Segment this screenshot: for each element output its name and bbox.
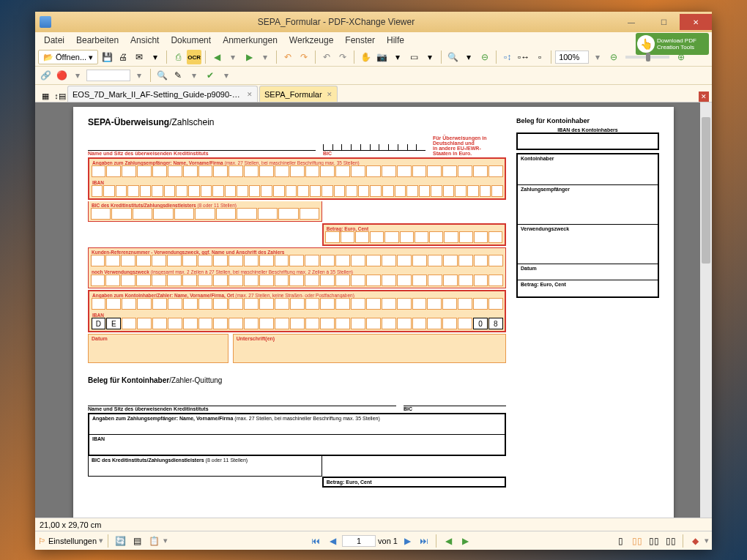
- open-button[interactable]: 📂 Öffnen... ▾: [38, 50, 98, 64]
- zoom-out-icon[interactable]: ⊖: [477, 50, 492, 64]
- window-title: SEPA_Formular - PDF-XChange Viewer: [57, 17, 615, 27]
- menu-file[interactable]: Datei: [38, 34, 70, 47]
- email-icon[interactable]: ✉: [132, 50, 146, 64]
- pdf-page: SEPA-Überweisung/Zahlschein Name und Sit…: [73, 107, 674, 518]
- first-page-icon[interactable]: ⏮: [308, 534, 323, 548]
- prev-page-icon[interactable]: ◀: [325, 534, 340, 548]
- bottombar: 🏳 Einstellungen ▾ 🔄 ▤ 📋 ▾ ⏮ ◀ von 1 ▶ ⏭ …: [35, 531, 712, 550]
- download-pdf-tools-button[interactable]: 👆 Download PDFCreation Tools: [636, 33, 709, 55]
- menu-tools[interactable]: Werkzeuge: [283, 34, 339, 47]
- actual-size-icon[interactable]: ▫: [532, 50, 547, 64]
- menubar: Datei Bearbeiten Ansicht Dokument Anmerk…: [35, 32, 712, 48]
- maximize-button[interactable]: ☐: [647, 14, 680, 30]
- menu-window[interactable]: Fenster: [339, 34, 381, 47]
- signature-row: Datum Unterschrift(en): [88, 334, 506, 363]
- menu-help[interactable]: Hilfe: [381, 34, 410, 47]
- print-icon[interactable]: 🖨: [116, 50, 130, 64]
- hand-tool-icon[interactable]: ✋: [358, 50, 373, 64]
- zoom-slider[interactable]: [625, 56, 669, 59]
- page-dimensions: 21,00 x 29,70 cm: [40, 520, 101, 529]
- thumbnails-icon[interactable]: ▦: [40, 90, 51, 102]
- dropdown-1[interactable]: ▾: [148, 50, 163, 64]
- close-all-tabs-button[interactable]: ✕: [699, 92, 709, 102]
- statusbar: 21,00 x 29,70 cm: [35, 518, 712, 531]
- facing-icon[interactable]: ▯▯: [647, 534, 661, 548]
- zoom-tool-icon[interactable]: 🔍: [445, 50, 460, 64]
- payee-box: Angaben zum Zahlungsempfänger: Name, Vor…: [88, 157, 506, 200]
- minimize-button[interactable]: —: [615, 14, 647, 30]
- refresh-icon[interactable]: 🔄: [113, 534, 127, 548]
- undo-icon[interactable]: ↶: [319, 50, 334, 64]
- reference-box: Kunden-Referenznummer - Verwendungszweck…: [88, 247, 506, 288]
- check-icon[interactable]: ✔: [203, 68, 218, 83]
- nav-fwd2-icon[interactable]: ▶: [458, 534, 472, 548]
- document-tabs: ▦ ↕▤ EOS_7D_Mark_II_AF-Setting_Guide-p90…: [35, 85, 712, 102]
- document-viewport[interactable]: SEPA-Überweisung/Zahlschein Name und Sit…: [35, 102, 712, 518]
- single-page-icon[interactable]: ▯: [613, 534, 628, 548]
- toolbar-main: 📂 Öffnen... ▾ 💾 🖨 ✉ ▾ ⎙ OCR ◀ ▾ ▶ ▾ ↶ ↷ …: [35, 48, 712, 67]
- find-prev-icon[interactable]: 🔍: [155, 68, 169, 83]
- menu-comments[interactable]: Anmerkungen: [217, 34, 283, 47]
- page-total: von 1: [378, 537, 398, 545]
- window-controls: — ☐ ✕: [615, 14, 712, 30]
- bookmarks-icon[interactable]: ↕▤: [54, 90, 66, 102]
- beleg-column: Beleg für Kontoinhaber IBAN des Kontoinh…: [516, 117, 659, 488]
- layers-icon[interactable]: ▤: [130, 534, 144, 548]
- app-window: SEPA_Formular - PDF-XChange Viewer — ☐ ✕…: [35, 12, 712, 550]
- page-number-input[interactable]: [342, 535, 376, 547]
- titlebar[interactable]: SEPA_Formular - PDF-XChange Viewer — ☐ ✕: [35, 12, 712, 32]
- select-tool-icon[interactable]: ▭: [406, 50, 421, 64]
- flag-icon[interactable]: 🏳: [38, 537, 46, 545]
- zoom-out2-icon[interactable]: ⊖: [606, 50, 621, 64]
- receipt-title: Beleg für Kontoinhaber/Zahler-Quittung: [88, 376, 506, 384]
- receipt-payee-box: Angaben zum Zahlungsempfänger: Name, Vor…: [88, 413, 506, 456]
- facing-cont-icon[interactable]: ▯▯: [664, 534, 678, 548]
- vertical-scrollbar[interactable]: [700, 102, 712, 518]
- comments-icon[interactable]: 📋: [146, 534, 161, 548]
- menu-document[interactable]: Dokument: [165, 34, 217, 47]
- nav-back2-icon[interactable]: ◀: [441, 534, 456, 548]
- menu-view[interactable]: Ansicht: [124, 34, 165, 47]
- rotate-cw-icon[interactable]: ↷: [297, 50, 311, 64]
- tab-eos-guide[interactable]: EOS_7D_Mark_II_AF-Setting_Guide-p9090-c3…: [67, 86, 258, 102]
- nav-forward-icon[interactable]: ▶: [242, 50, 256, 64]
- tab-close-icon[interactable]: ✕: [327, 91, 332, 98]
- bic-box: BIC des Kreditinstituts/Zahlungsdienstle…: [88, 201, 322, 222]
- search-input[interactable]: [86, 70, 130, 81]
- tab-close-icon[interactable]: ✕: [247, 91, 253, 98]
- stamp-icon[interactable]: 🔴: [54, 68, 69, 83]
- amount-box: Betrag: Euro, Cent: [322, 223, 506, 246]
- accountholder-box: Angaben zum Kontoinhaber/Zahler: Name, V…: [88, 290, 506, 332]
- toolbar-secondary: 🔗 🔴 ▾ ▾ 🔍 ✎ ▾ ✔ ▾: [35, 67, 712, 85]
- tab-sepa-formular[interactable]: SEPA_Formular ✕: [259, 86, 338, 102]
- link-icon[interactable]: 🔗: [38, 68, 53, 83]
- download-icon: 👆: [637, 35, 655, 53]
- bic-field-top: [323, 138, 425, 151]
- fit-width-icon[interactable]: ▫↔: [516, 50, 531, 64]
- pdf-icon[interactable]: ◆: [688, 534, 702, 548]
- settings-button[interactable]: Einstellungen: [48, 537, 97, 545]
- snapshot-icon[interactable]: 📷: [374, 50, 389, 64]
- ocr-button[interactable]: OCR: [187, 50, 201, 64]
- zoom-level[interactable]: 100%: [555, 51, 589, 64]
- nav-back-icon[interactable]: ◀: [209, 50, 224, 64]
- redo-icon[interactable]: ↷: [335, 50, 350, 64]
- continuous-icon[interactable]: ▯▯: [630, 534, 644, 548]
- fit-page-icon[interactable]: ▫↕: [500, 50, 515, 64]
- next-page-icon[interactable]: ▶: [400, 534, 415, 548]
- highlight-icon[interactable]: ✎: [171, 68, 185, 83]
- app-icon: [40, 16, 51, 28]
- save-icon[interactable]: 💾: [100, 50, 114, 64]
- inst-field: [88, 138, 316, 151]
- form-title: SEPA-Überweisung/Zahlschein: [88, 117, 316, 127]
- close-button[interactable]: ✕: [680, 14, 712, 30]
- menu-edit[interactable]: Bearbeiten: [70, 34, 124, 47]
- rotate-ccw-icon[interactable]: ↶: [280, 50, 295, 64]
- scan-icon[interactable]: ⎙: [171, 50, 185, 64]
- last-page-icon[interactable]: ⏭: [417, 534, 431, 548]
